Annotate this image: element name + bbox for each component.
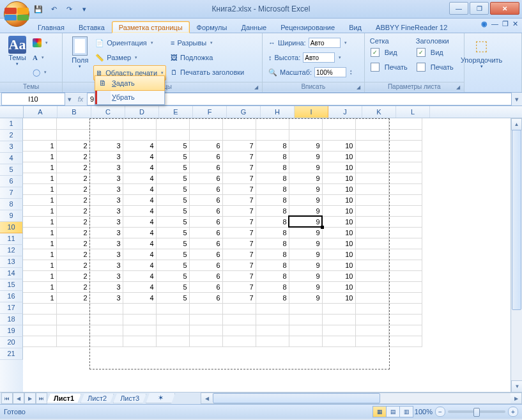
cell[interactable]: 9	[289, 162, 322, 173]
cell[interactable]	[123, 314, 156, 325]
cell[interactable]: 1	[23, 173, 56, 183]
cell[interactable]: 3	[89, 162, 123, 173]
cell[interactable]	[189, 314, 222, 325]
select-all-corner[interactable]	[0, 106, 24, 118]
cell[interactable]	[23, 314, 56, 325]
cell[interactable]	[89, 325, 123, 336]
cell[interactable]: 2	[56, 162, 89, 173]
cell[interactable]: 6	[189, 194, 222, 205]
cell[interactable]: 7	[222, 227, 256, 238]
cell[interactable]: 5	[156, 249, 189, 260]
cell[interactable]	[256, 336, 289, 346]
help-icon[interactable]: ◉	[481, 20, 487, 28]
cell[interactable]	[222, 325, 256, 336]
cell[interactable]	[23, 303, 56, 314]
row-header-5[interactable]: 5	[0, 164, 23, 176]
cell[interactable]: 1	[23, 151, 56, 162]
cell[interactable]	[56, 314, 89, 325]
cell[interactable]: 6	[189, 151, 222, 162]
cell[interactable]	[256, 325, 289, 336]
cell[interactable]	[355, 292, 388, 303]
cell[interactable]: 7	[222, 292, 256, 303]
cell[interactable]: 6	[189, 270, 222, 281]
cell[interactable]	[189, 325, 222, 336]
cell[interactable]: 4	[123, 173, 156, 183]
zoom-in-button[interactable]: +	[508, 407, 518, 417]
row-header-17[interactable]: 17	[0, 302, 23, 314]
cell[interactable]: 3	[89, 260, 123, 270]
cell[interactable]	[289, 303, 322, 314]
cell[interactable]: 4	[123, 140, 156, 151]
cell[interactable]: 6	[189, 183, 222, 194]
cell[interactable]: 7	[222, 173, 256, 183]
theme-fonts-button[interactable]: A▾	[31, 51, 50, 65]
cell[interactable]	[355, 216, 388, 227]
cell[interactable]: 5	[156, 281, 189, 292]
cell[interactable]: 8	[256, 194, 289, 205]
cell[interactable]: 7	[222, 151, 256, 162]
tab-next-button[interactable]: ▶	[24, 393, 36, 404]
cell[interactable]: 3	[89, 238, 123, 249]
cell[interactable]	[322, 118, 355, 129]
cell[interactable]: 9	[289, 249, 322, 260]
cell[interactable]: 9	[289, 173, 322, 183]
cell[interactable]: 4	[123, 260, 156, 270]
column-header-F[interactable]: F	[193, 106, 227, 118]
headings-view-checkbox[interactable]: ✓Вид	[415, 45, 456, 59]
row-header-3[interactable]: 3	[0, 141, 23, 153]
cell[interactable]	[56, 118, 89, 129]
cell[interactable]: 9	[289, 238, 322, 249]
print-titles-button[interactable]: 🗒Печатать заголовки	[169, 65, 246, 79]
zoom-value[interactable]: 100%	[415, 408, 433, 416]
tab-insert[interactable]: Вставка	[72, 21, 112, 33]
cell[interactable]: 7	[222, 216, 256, 227]
cell[interactable]: 7	[222, 238, 256, 249]
cell[interactable]	[388, 314, 422, 325]
column-header-H[interactable]: H	[261, 106, 295, 118]
scroll-up-button[interactable]: ▲	[511, 118, 522, 130]
scroll-down-button[interactable]: ▼	[511, 380, 522, 393]
cell[interactable]: 6	[189, 216, 222, 227]
cell[interactable]	[56, 129, 89, 140]
cell[interactable]	[388, 140, 422, 151]
cell[interactable]	[256, 118, 289, 129]
size-button[interactable]: 📏Размер▾	[93, 51, 166, 65]
row-header-2[interactable]: 2	[0, 130, 23, 141]
row-header-1[interactable]: 1	[0, 118, 23, 130]
cell[interactable]: 5	[156, 173, 189, 183]
cell[interactable]	[89, 303, 123, 314]
row-header-20[interactable]: 20	[0, 337, 23, 348]
sheet-tab-1[interactable]: Лист1	[47, 394, 81, 403]
cell[interactable]	[388, 260, 422, 270]
cell[interactable]: 7	[222, 260, 256, 270]
cell[interactable]: 5	[156, 227, 189, 238]
cell[interactable]	[156, 325, 189, 336]
cell[interactable]: 8	[256, 249, 289, 260]
tab-prev-button[interactable]: ◀	[13, 393, 24, 404]
cell[interactable]: 1	[23, 227, 56, 238]
cell[interactable]	[23, 118, 56, 129]
cell[interactable]: 1	[23, 260, 56, 270]
cell[interactable]: 1	[23, 140, 56, 151]
cell[interactable]: 2	[56, 216, 89, 227]
cell[interactable]: 3	[89, 194, 123, 205]
cell[interactable]: 3	[89, 173, 123, 183]
cell[interactable]: 3	[89, 249, 123, 260]
tab-home[interactable]: Главная	[31, 21, 72, 33]
tab-first-button[interactable]: ⏮	[1, 393, 13, 404]
zoom-thumb[interactable]	[473, 408, 480, 417]
cell[interactable]	[388, 194, 422, 205]
theme-effects-button[interactable]: ◯▾	[31, 65, 50, 79]
cell[interactable]	[322, 336, 355, 346]
cell[interactable]	[289, 118, 322, 129]
cell[interactable]: 9	[289, 292, 322, 303]
hscroll-thumb[interactable]	[213, 393, 380, 403]
cell[interactable]: 3	[89, 216, 123, 227]
cell[interactable]: 6	[189, 227, 222, 238]
cell[interactable]: 5	[156, 216, 189, 227]
tab-formulas[interactable]: Формулы	[190, 21, 234, 33]
cell[interactable]: 4	[123, 270, 156, 281]
scroll-right-button[interactable]: ▶	[510, 393, 521, 403]
cell[interactable]	[388, 151, 422, 162]
cell[interactable]: 9	[289, 270, 322, 281]
